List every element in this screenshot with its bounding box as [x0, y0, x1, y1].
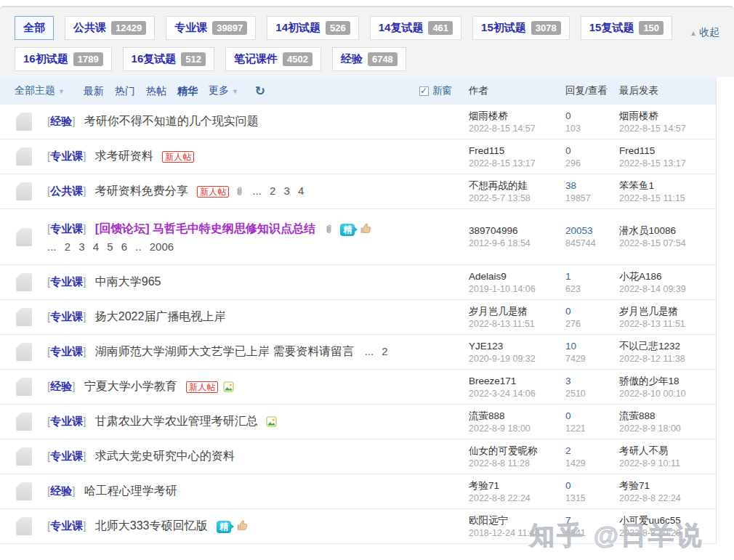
thread-category-link[interactable]: 经验	[50, 380, 72, 392]
filter-bar: 全部主题▼ 最新热门热帖精华 更多▼ ↻ 新窗 作者 回复/查看 最后发表	[0, 77, 716, 105]
pagination-links[interactable]: ... 2	[365, 345, 388, 357]
last-post-user[interactable]: Fred115	[619, 145, 716, 158]
pagination-links[interactable]: ... 2 3 4 5 6 .. 2006	[47, 240, 464, 253]
author-name[interactable]: 欧阳远宁	[469, 514, 565, 527]
thread-icon-cell	[16, 517, 47, 535]
filter-link-最新[interactable]: 最新	[84, 85, 104, 97]
thread-category-link[interactable]: 专业课	[50, 519, 83, 532]
thread-title-link[interactable]: 哈工程心理学考研	[84, 484, 177, 497]
thread-category-link[interactable]: 经验	[50, 115, 72, 127]
author-name[interactable]: 考验71	[469, 479, 565, 492]
thread-title-link[interactable]: 中南大学965	[95, 275, 161, 288]
replies-views-column: 0 276	[565, 305, 619, 330]
filter-link-热门[interactable]: 热门	[115, 85, 135, 97]
thread-category-link[interactable]: 专业课	[50, 222, 83, 235]
author-name[interactable]: 389704996	[469, 224, 565, 238]
thread-title-link[interactable]: 考研资料免费分享	[95, 184, 188, 197]
author-name[interactable]: Fred115	[469, 145, 565, 158]
thread-row: [专业课] 北师大333专硕回忆版 精 欧阳远宁 2018-12-24 11:4…	[0, 509, 716, 544]
thread-category-link[interactable]: 专业课	[50, 450, 83, 462]
tab-15初试题[interactable]: 15初试题3078	[472, 16, 570, 40]
thread-page-icon	[16, 147, 32, 166]
thread-row: [专业课] 扬大2022届广播电视上岸 岁月岂几是猪 2022-8-13 11:…	[0, 300, 716, 335]
thread-title-line: [专业课] 扬大2022届广播电视上岸	[47, 309, 464, 325]
author-name[interactable]: YJE123	[469, 340, 565, 353]
last-post-user[interactable]: 考研人不易	[619, 445, 716, 458]
tab-16复试题[interactable]: 16复试题512	[123, 47, 214, 71]
topic-type-dropdown[interactable]: 全部主题▼	[15, 84, 65, 97]
view-count: 623	[565, 283, 619, 295]
last-post-user[interactable]: 不以己悲1232	[619, 340, 716, 353]
tab-14复试题[interactable]: 14复试题461	[370, 16, 461, 40]
tab-count-badge: 526	[326, 21, 350, 35]
last-post-user[interactable]: 岁月岂几是猪	[619, 305, 716, 318]
last-post-user[interactable]: 潜水员10086	[619, 224, 716, 238]
tab-专业课[interactable]: 专业课39897	[166, 16, 256, 40]
author-name[interactable]: 流萤888	[469, 410, 565, 423]
thread-category-link[interactable]: 专业课	[50, 345, 83, 357]
tab-笔记课件[interactable]: 笔记课件4502	[225, 47, 321, 71]
thread-title-line: [专业课] 甘肃农业大学农业管理考研汇总	[47, 414, 464, 429]
tab-15复试题[interactable]: 15复试题150	[581, 16, 672, 40]
thread-page-icon	[16, 273, 32, 291]
refresh-icon[interactable]: ↻	[255, 84, 265, 99]
thread-category-link[interactable]: 专业课	[50, 275, 83, 288]
author-name[interactable]: Breeze171	[469, 375, 565, 388]
thread-list-panel: 全部主题▼ 最新热门热帖精华 更多▼ ↻ 新窗 作者 回复/查看 最后发表 [经…	[0, 77, 717, 544]
tab-label: 16初试题	[23, 52, 68, 66]
thread-category-link[interactable]: 专业课	[50, 415, 83, 427]
tab-14初试题[interactable]: 14初试题526	[267, 16, 358, 40]
tab-经验[interactable]: 经验6748	[332, 47, 406, 71]
tab-row-1: 全部公共课12429专业课3989714初试题52614复试题46115初试题3…	[15, 16, 721, 40]
thread-title-link[interactable]: 北师大333专硕回忆版	[95, 519, 208, 532]
author-name[interactable]: 烟雨楼桥	[469, 110, 565, 123]
last-post-user[interactable]: 小可爱uu6c55	[619, 514, 716, 527]
thread-title-link[interactable]: 宁夏大学小学教育	[84, 380, 177, 392]
tab-16初试题[interactable]: 16初试题1789	[15, 47, 112, 71]
thread-category-link[interactable]: 公共课	[50, 184, 83, 197]
thread-main: [专业课] 北师大333专硕回忆版 精	[47, 519, 469, 534]
last-post-time: 2022-8-14 09:39	[619, 283, 716, 295]
last-post-user[interactable]: 小花A186	[619, 270, 716, 283]
thread-title-link[interactable]: 扬大2022届广播电视上岸	[95, 310, 226, 322]
collapse-button[interactable]: ▲收起	[690, 26, 719, 39]
more-dropdown[interactable]: 更多▼	[209, 84, 238, 97]
last-post-user[interactable]: 骄傲的少年18	[619, 375, 716, 388]
thread-category-link[interactable]: 专业课	[50, 150, 83, 162]
last-post-user[interactable]: 笨笨鱼1	[619, 179, 716, 192]
thread-title-link[interactable]: 求武大党史研究中心的资料	[95, 450, 235, 462]
last-post-user[interactable]: 考验71	[619, 479, 716, 492]
digest-badge: 精	[340, 224, 355, 236]
last-post-column: 考验71 2022-8-8 22:24	[619, 479, 716, 504]
author-name[interactable]: 不想再战的娃	[469, 179, 565, 192]
last-post-user[interactable]: 烟雨楼桥	[619, 110, 716, 123]
thread-title-link[interactable]: 湖南师范大学湖师大文艺学已上岸 需要资料请留言	[95, 345, 354, 357]
last-post-user[interactable]: 流萤888	[619, 410, 716, 423]
filter-link-精华[interactable]: 精华	[177, 85, 198, 97]
thread-category-link[interactable]: 专业课	[50, 310, 83, 322]
thread-title-link[interactable]: 求考研资料	[95, 150, 153, 162]
thread-title-link[interactable]: [回馈论坛] 马哲毛中特史纲思修知识点总结	[95, 222, 315, 235]
thread-title-line: [专业课] 北师大333专硕回忆版 精	[47, 519, 464, 534]
tab-全部[interactable]: 全部	[15, 16, 54, 40]
pagination-links[interactable]: ... 2 3 4	[252, 184, 304, 197]
thread-category-link[interactable]: 经验	[50, 484, 72, 497]
tab-label: 经验	[341, 52, 363, 66]
author-name[interactable]: Adelais9	[469, 270, 565, 283]
new-window-checkbox[interactable]	[419, 86, 429, 96]
tab-label: 15初试题	[481, 21, 526, 35]
filter-link-热帖[interactable]: 热帖	[146, 85, 166, 97]
author-name[interactable]: 岁月岂几是猪	[469, 305, 565, 318]
thread-row: [公共课] 考研资料免费分享 新人帖... 2 3 4 不想再战的娃 2022-…	[0, 174, 716, 209]
tab-公共课[interactable]: 公共课12429	[65, 16, 155, 40]
thread-title-link[interactable]: 甘肃农业大学农业管理考研汇总	[95, 415, 258, 427]
thread-title-line: [经验] 宁夏大学小学教育 新人帖	[47, 379, 464, 394]
last-post-column: 小可爱uu6c55 2022-8-8 20:20	[619, 514, 716, 539]
reply-count: 38	[565, 179, 619, 192]
thread-main: [专业课] 求武大党史研究中心的资料	[47, 449, 469, 464]
thread-title-link[interactable]: 考研你不得不知道的几个现实问题	[84, 115, 259, 127]
thread-main: [专业课] 中南大学965	[47, 275, 469, 290]
thread-main: [专业课] 求考研资料 新人帖	[47, 149, 469, 164]
author-name[interactable]: 仙女的可爱昵称	[469, 445, 565, 458]
collapse-up-icon: ▲	[690, 29, 697, 37]
